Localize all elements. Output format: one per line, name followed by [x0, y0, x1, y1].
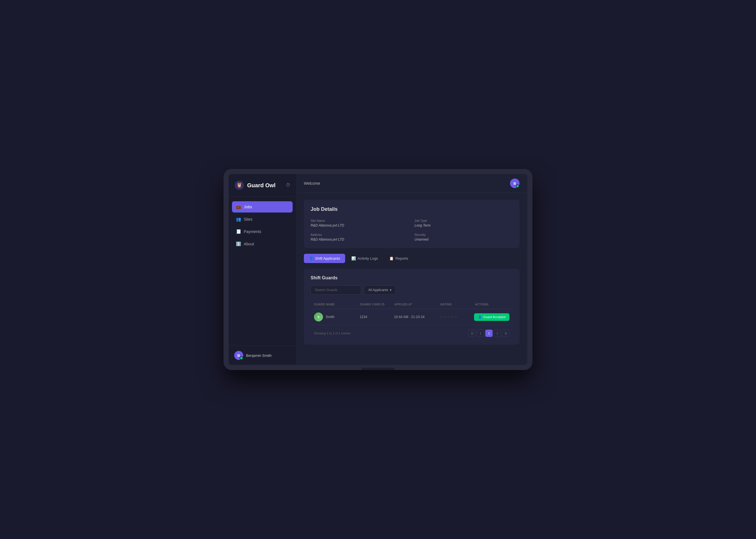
showing-text: Showing 1 to 1 of 1 entries — [314, 332, 351, 335]
jobs-icon: 💼 — [236, 204, 241, 209]
guard-card-id-cell: 1234 — [360, 315, 394, 319]
accepted-label: Guard Accepted — [483, 315, 506, 319]
tab-reports-label: Reports — [395, 256, 408, 261]
security-field: Security Unarmed — [414, 233, 513, 241]
guard-avatar: S — [314, 312, 323, 321]
col-rating: RATING — [440, 303, 475, 306]
sidebar-item-about[interactable]: ℹ️ About — [232, 238, 293, 250]
guards-table: GUARD NAME GUARD CARD ID APPLIED AT RATI… — [310, 300, 513, 325]
job-type-label: Job Type — [414, 219, 513, 222]
sites-icon: 👥 — [236, 217, 241, 222]
site-name-field: Site Name R&D Altanova pvt LTD — [310, 219, 409, 227]
pagination-buttons: ⟨⟨ ⟨ 1 ⟩ ⟩⟩ — [468, 330, 509, 337]
tab-activity-logs[interactable]: 📊 Activity Logs — [346, 254, 383, 263]
address-label: Address — [310, 233, 409, 236]
page-first-button[interactable]: ⟨⟨ — [468, 330, 476, 337]
app-name: Guard Owl — [247, 182, 276, 189]
tab-activity-logs-label: Activity Logs — [358, 256, 378, 261]
shift-guards-title: Shift Guards — [310, 275, 513, 280]
col-actions: ACTIONS — [475, 303, 509, 306]
rating-cell: ☆ ☆ ☆ ☆ ☆ — [440, 315, 474, 319]
col-guard-card-id: GUARD CARD ID — [360, 303, 394, 306]
page-prev-button[interactable]: ⟨ — [477, 330, 484, 337]
sidebar-item-jobs[interactable]: 💼 Jobs — [232, 201, 293, 212]
applied-at-cell: 10:44 AM · 21-10-24 — [394, 315, 440, 319]
col-guard-name: GUARD NAME — [314, 303, 360, 306]
main-content: Welcome B Job Details Site Name R&D Alta… — [296, 174, 527, 365]
guard-accepted-button[interactable]: 👤 Guard Accepted — [474, 313, 509, 321]
star-rating[interactable]: ☆ ☆ ☆ ☆ ☆ — [440, 315, 474, 319]
sidebar-item-payments[interactable]: 🧾 Payments — [232, 226, 293, 237]
sidebar-item-jobs-label: Jobs — [244, 205, 252, 209]
job-type-field: Job Type Long Term — [414, 219, 513, 227]
sidebar-item-about-label: About — [244, 242, 254, 246]
sidebar-user: B Benjamin Smith — [229, 346, 296, 365]
search-input[interactable] — [310, 285, 361, 294]
chevron-down-icon: ▾ — [390, 288, 391, 292]
tab-reports[interactable]: 📋 Reports — [384, 254, 413, 263]
content-area: Job Details Site Name R&D Altanova pvt L… — [296, 193, 527, 357]
top-user-avatar[interactable]: B — [510, 179, 520, 188]
svg-text:🦉: 🦉 — [236, 182, 243, 188]
star-5[interactable]: ☆ — [455, 315, 458, 319]
page-last-button[interactable]: ⟩⟩ — [502, 330, 509, 337]
star-4[interactable]: ☆ — [451, 315, 454, 319]
top-bar: Welcome B — [296, 174, 527, 193]
applicants-filter[interactable]: All Applicants ▾ — [364, 285, 396, 294]
filter-row: All Applicants ▾ — [310, 285, 513, 294]
security-label: Security — [414, 233, 513, 236]
guard-name-cell: S Smith — [314, 312, 360, 321]
security-value: Unarmed — [414, 238, 513, 241]
sidebar-item-payments-label: Payments — [244, 229, 261, 234]
address-value: R&D Altanova pvt LTD — [310, 238, 409, 241]
page-1-button[interactable]: 1 — [485, 330, 493, 337]
welcome-text: Welcome — [304, 181, 320, 186]
site-name-value: R&D Altanova pvt LTD — [310, 223, 409, 227]
user-avatar: B — [234, 351, 243, 360]
about-icon: ℹ️ — [236, 241, 241, 247]
user-name: Benjamin Smith — [246, 353, 272, 358]
address-field: Address R&D Altanova pvt LTD — [310, 233, 409, 241]
accepted-icon: 👤 — [478, 315, 482, 319]
star-1[interactable]: ☆ — [440, 315, 443, 319]
clock-icon: ⏱ — [286, 183, 291, 188]
reports-icon: 📋 — [389, 256, 394, 261]
activity-logs-icon: 📊 — [351, 256, 356, 261]
tab-shift-applicants[interactable]: 👤 Shift Applicants — [304, 254, 345, 263]
job-type-value: Long Term — [414, 223, 513, 227]
pagination-row: Showing 1 to 1 of 1 entries ⟨⟨ ⟨ 1 ⟩ ⟩⟩ — [310, 325, 513, 338]
sidebar-item-sites-label: Sites — [244, 217, 252, 221]
page-next-button[interactable]: ⟩ — [494, 330, 501, 337]
tab-shift-applicants-label: Shift Applicants — [315, 256, 340, 261]
shift-guards-card: Shift Guards All Applicants ▾ GUARD NA — [304, 269, 520, 345]
filter-label: All Applicants — [368, 288, 388, 292]
job-details-grid: Site Name R&D Altanova pvt LTD Job Type … — [310, 219, 513, 241]
action-cell: 👤 Guard Accepted — [474, 313, 509, 321]
col-applied-at: APPLIED AT — [394, 303, 441, 306]
guard-name: Smith — [326, 315, 334, 319]
sidebar-item-sites[interactable]: 👥 Sites — [232, 214, 293, 225]
job-details-title: Job Details — [310, 206, 513, 212]
star-3[interactable]: ☆ — [447, 315, 450, 319]
sidebar-nav: 💼 Jobs 👥 Sites 🧾 Payments ℹ️ About — [229, 197, 296, 346]
site-name-label: Site Name — [310, 219, 409, 222]
sidebar-logo: 🦉 Guard Owl ⏱ — [229, 174, 296, 197]
tabs: 👤 Shift Applicants 📊 Activity Logs 📋 Rep… — [304, 254, 520, 263]
shift-applicants-icon: 👤 — [309, 256, 313, 261]
table-row: S Smith 1234 10:44 AM · 21-10-24 ☆ ☆ — [310, 309, 513, 325]
star-2[interactable]: ☆ — [444, 315, 447, 319]
payments-icon: 🧾 — [236, 229, 241, 234]
table-header: GUARD NAME GUARD CARD ID APPLIED AT RATI… — [310, 300, 513, 309]
job-details-card: Job Details Site Name R&D Altanova pvt L… — [304, 199, 520, 248]
sidebar: 🦉 Guard Owl ⏱ 💼 Jobs 👥 Sites 🧾 — [229, 174, 296, 365]
owl-logo-icon: 🦉 — [234, 180, 244, 190]
